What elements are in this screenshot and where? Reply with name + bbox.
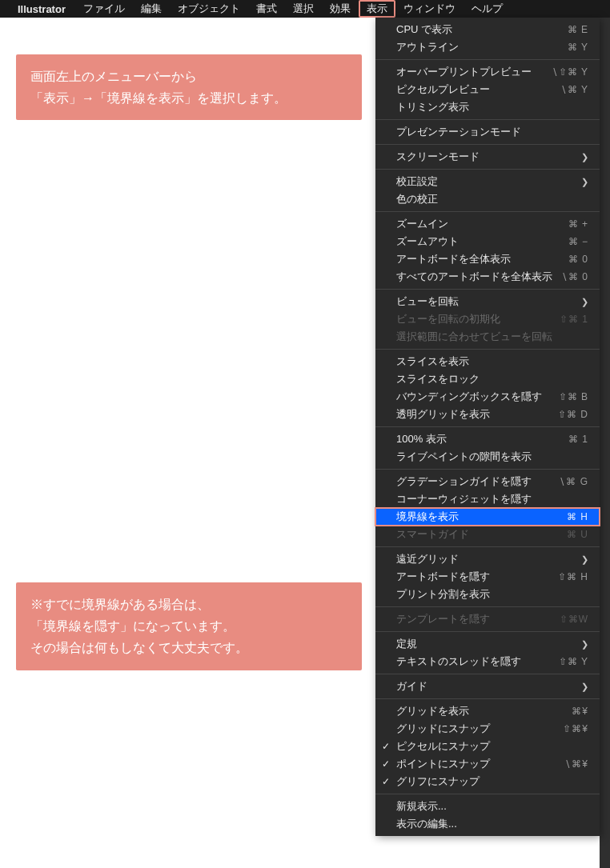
annotation-text: その場合は何もしなくて大丈夫です。 (30, 637, 347, 658)
menu-item[interactable]: CPU で表示⌘ E (375, 21, 600, 38)
right-panel-strip (600, 18, 610, 868)
app-name[interactable]: Illustrator (18, 3, 66, 15)
menu-item[interactable]: グリッドにスナップ⇧⌘¥ (375, 720, 600, 738)
menu-item-label: スライスをロック (396, 372, 588, 386)
menu-separator (375, 606, 600, 607)
menu-item[interactable]: トリミング表示 (375, 98, 600, 116)
menu-item[interactable]: ガイド❯ (375, 678, 600, 695)
menu-shortcut: ⌘ − (568, 236, 588, 247)
menu-item-label: ピクセルプレビュー (396, 82, 560, 97)
menu-item[interactable]: アウトライン⌘ Y (375, 38, 600, 56)
menu-item[interactable]: グラデーションガイドを隠す∖⌘ G (375, 473, 600, 490)
menu-item[interactable]: バウンディングボックスを隠す⇧⌘ B (375, 388, 600, 406)
menu-item-label: プレゼンテーションモード (396, 125, 588, 139)
menu-item-label: CPU で表示 (396, 22, 568, 37)
menu-item[interactable]: スライスをロック (375, 370, 600, 388)
menu-item[interactable]: 境界線を表示⌘ H (375, 508, 600, 526)
menu-item[interactable]: ライブペイントの隙間を表示 (375, 448, 600, 466)
menu-item[interactable]: オーバープリントプレビュー∖⇧⌘ Y (375, 63, 600, 81)
menu-item[interactable]: ✓ポイントにスナップ∖⌘¥ (375, 755, 600, 773)
menu-item-ヘルプ[interactable]: ヘルプ (464, 0, 511, 18)
menu-item[interactable]: 新規表示... (375, 798, 600, 815)
menu-shortcut: ⇧⌘¥ (563, 723, 588, 734)
menu-item-選択[interactable]: 選択 (285, 0, 322, 18)
canvas-area (0, 18, 375, 868)
menu-separator (375, 469, 600, 470)
menu-item[interactable]: 定規❯ (375, 635, 600, 653)
menu-item[interactable]: 表示の編集... (375, 815, 600, 833)
menu-item-label: スマートガイド (396, 527, 567, 542)
menu-item[interactable]: コーナーウィジェットを隠す (375, 490, 600, 508)
menu-item[interactable]: すべてのアートボードを全体表示∖⌘ 0 (375, 268, 600, 286)
menu-item-label: アートボードを隠す (396, 570, 558, 584)
menu-item[interactable]: テキストのスレッドを隠す⇧⌘ Y (375, 653, 600, 670)
menu-separator (375, 349, 600, 350)
menu-shortcut: ⌘ H (567, 511, 588, 522)
menu-item[interactable]: ✓ピクセルにスナップ (375, 738, 600, 755)
menu-item-label: ライブペイントの隙間を表示 (396, 450, 588, 464)
menu-item-label: 新規表示... (396, 799, 588, 814)
menu-item-label: ビューを回転 (396, 294, 576, 309)
chevron-right-icon: ❯ (581, 639, 588, 650)
menu-item-label: 定規 (396, 637, 576, 651)
menu-item-label: バウンディングボックスを隠す (396, 390, 559, 404)
menu-item[interactable]: アートボードを隠す⇧⌘ H (375, 568, 600, 586)
menu-item-効果[interactable]: 効果 (322, 0, 359, 18)
chevron-right-icon: ❯ (581, 177, 588, 187)
menu-item-label: 表示の編集... (396, 817, 588, 831)
menu-shortcut: ⌘ U (567, 529, 588, 540)
menu-item-label: ガイド (396, 679, 576, 694)
menu-item[interactable]: スクリーンモード❯ (375, 148, 600, 166)
menu-item[interactable]: 色の校正 (375, 190, 600, 208)
menu-item[interactable]: ピクセルプレビュー∖⌘ Y (375, 81, 600, 98)
menu-item[interactable]: グリッドを表示⌘¥ (375, 702, 600, 720)
menu-item[interactable]: ズームイン⌘ + (375, 215, 600, 233)
menu-item-label: ピクセルにスナップ (396, 739, 588, 754)
menu-shortcut: ∖⇧⌘ Y (552, 66, 588, 78)
menu-item-オブジェクト[interactable]: オブジェクト (170, 0, 248, 18)
menu-item-ウィンドウ[interactable]: ウィンドウ (395, 0, 464, 18)
menu-item-表示[interactable]: 表示 (359, 0, 395, 18)
check-icon: ✓ (382, 741, 390, 752)
menu-item[interactable]: スライスを表示 (375, 353, 600, 370)
menu-item-編集[interactable]: 編集 (133, 0, 170, 18)
menu-item[interactable]: ビューを回転❯ (375, 293, 600, 310)
menu-item-label: プリント分割を表示 (396, 587, 588, 602)
menu-item-label: トリミング表示 (396, 100, 588, 114)
menu-shortcut: ⇧⌘W (560, 614, 588, 625)
menubar: Illustrator ファイル編集オブジェクト書式選択効果表示ウィンドウヘルプ (0, 0, 610, 18)
menu-item-label: グリフにスナップ (396, 774, 588, 789)
check-icon: ✓ (382, 758, 390, 770)
menu-item-label: ズームイン (396, 217, 568, 231)
menu-item-書式[interactable]: 書式 (248, 0, 285, 18)
menu-shortcut: ∖⌘ G (559, 476, 588, 487)
menu-item: 選択範囲に合わせてビューを回転 (375, 328, 600, 346)
menu-separator (375, 169, 600, 170)
menu-item-label: 透明グリッドを表示 (396, 407, 558, 422)
menu-item[interactable]: 校正設定❯ (375, 173, 600, 190)
menu-item-label: 100% 表示 (396, 432, 568, 446)
menu-shortcut: ∖⌘¥ (564, 758, 588, 770)
menu-item-label: スライスを表示 (396, 354, 588, 369)
menu-item[interactable]: 透明グリッドを表示⇧⌘ D (375, 406, 600, 423)
menu-item[interactable]: 100% 表示⌘ 1 (375, 430, 600, 448)
menu-item[interactable]: 遠近グリッド❯ (375, 550, 600, 568)
menu-item[interactable]: ズームアウト⌘ − (375, 233, 600, 250)
menu-shortcut: ⇧⌘ B (559, 391, 588, 402)
menu-item[interactable]: ✓グリフにスナップ (375, 773, 600, 790)
menu-item-label: ビューを回転の初期化 (396, 312, 560, 326)
chevron-right-icon: ❯ (581, 554, 588, 565)
menu-separator (375, 631, 600, 632)
menu-item-label: テンプレートを隠す (396, 612, 560, 626)
menu-item[interactable]: プリント分割を表示 (375, 586, 600, 603)
menu-item[interactable]: プレゼンテーションモード (375, 123, 600, 141)
menu-item-ファイル[interactable]: ファイル (75, 0, 133, 18)
menu-shortcut: ⇧⌘ H (558, 571, 588, 582)
annotation-text: 画面左上のメニューバーから (30, 66, 347, 87)
menu-item-label: アートボードを全体表示 (396, 252, 568, 266)
menu-item-label: アウトライン (396, 40, 568, 54)
chevron-right-icon: ❯ (581, 297, 588, 307)
menu-item[interactable]: アートボードを全体表示⌘ 0 (375, 250, 600, 268)
menu-item-label: スクリーンモード (396, 150, 576, 164)
menu-item-label: オーバープリントプレビュー (396, 65, 552, 79)
